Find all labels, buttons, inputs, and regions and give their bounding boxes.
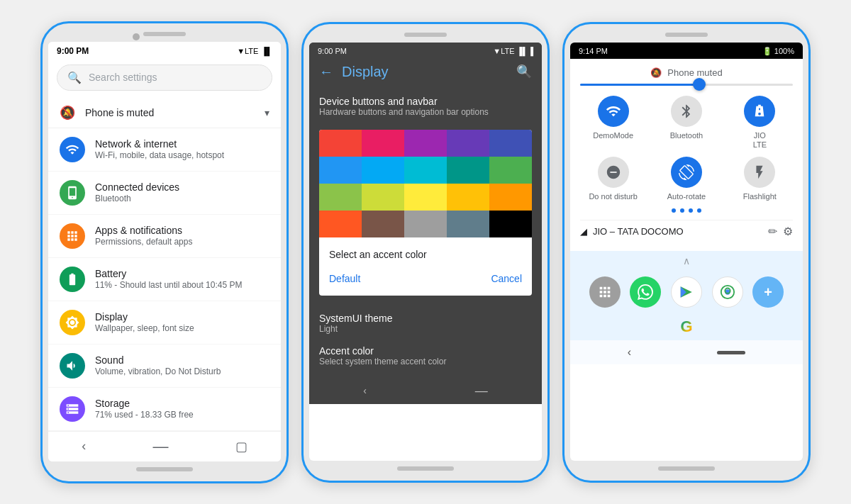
bluetooth-label: Bluetooth <box>670 131 703 140</box>
dot-3 <box>689 208 693 213</box>
app-play[interactable] <box>671 276 702 308</box>
color-cell[interactable] <box>319 211 362 237</box>
color-cell[interactable] <box>404 157 447 184</box>
edit-icon[interactable]: ✏ <box>768 225 777 238</box>
cancel-button[interactable]: Cancel <box>491 270 522 287</box>
battery-sub: 11% - Should last until about 10:45 PM <box>95 280 269 290</box>
display-back-button[interactable]: ‹ <box>363 385 367 396</box>
color-cell[interactable] <box>447 157 489 184</box>
display-text: Display Wallpaper, sleep, font size <box>95 311 269 333</box>
app-chrome[interactable] <box>712 276 743 308</box>
wifi-icon <box>598 96 629 127</box>
display-search-icon[interactable]: 🔍 <box>516 64 532 79</box>
default-button[interactable]: Default <box>329 270 360 287</box>
settings-item-display[interactable]: Display Wallpaper, sleep, font size <box>48 301 281 345</box>
tile-autorotate[interactable]: Auto-rotate <box>653 157 719 201</box>
display-home-button[interactable]: — <box>475 383 488 398</box>
network-title: Network & internet <box>95 138 269 150</box>
demomode-label: DemoMode <box>593 131 633 140</box>
color-cell[interactable] <box>319 130 362 157</box>
tile-flashlight[interactable]: Flashlight <box>727 157 793 201</box>
battery-title: Battery <box>95 268 269 279</box>
color-cell[interactable] <box>489 130 532 157</box>
display-status-bar: 9:00 PM ▼LTE ▐▌▐ <box>309 43 542 58</box>
apps-text: Apps & notifications Permissions, defaul… <box>95 225 269 247</box>
recents-button[interactable]: ▢ <box>235 439 247 454</box>
navbar-setting[interactable]: Device buttons and navbar Hardware butto… <box>319 89 532 124</box>
search-bar[interactable]: 🔍 Search settings <box>57 65 272 91</box>
color-cell[interactable] <box>447 184 489 211</box>
color-cell[interactable] <box>362 157 404 184</box>
navbar-title: Device buttons and navbar <box>319 96 532 107</box>
display-content: Device buttons and navbar Hardware butto… <box>309 89 542 301</box>
collapse-chevron-icon[interactable]: ∧ <box>683 255 690 267</box>
settings-gear-icon[interactable]: ⚙ <box>783 225 793 238</box>
display-nav-bar: ‹ — <box>309 378 542 404</box>
color-cell[interactable] <box>447 130 489 157</box>
display-title: Display <box>95 311 269 323</box>
back-arrow-icon[interactable]: ← <box>319 64 333 80</box>
home-screen: ∧ + <box>570 251 803 364</box>
back-button[interactable]: ‹ <box>82 439 86 454</box>
accent-setting[interactable]: Accent color Select system theme accent … <box>319 340 532 372</box>
muted-banner[interactable]: 🔕 Phone is muted ▾ <box>48 98 281 128</box>
color-cell[interactable] <box>362 130 404 157</box>
color-cell[interactable] <box>404 184 447 211</box>
color-cell[interactable] <box>404 130 447 157</box>
settings-item-connected[interactable]: Connected devices Bluetooth <box>48 172 281 215</box>
color-cell[interactable] <box>489 157 532 184</box>
color-cell[interactable] <box>489 211 532 237</box>
systemui-setting[interactable]: SystemUI theme Light <box>319 307 532 340</box>
settings-item-apps[interactable]: Apps & notifications Permissions, defaul… <box>48 215 281 258</box>
bell-mute-icon: 🔕 <box>650 67 662 78</box>
nav-bar: ‹ — ▢ <box>48 431 281 461</box>
slider-thumb[interactable] <box>693 78 706 91</box>
color-cell[interactable] <box>489 184 532 211</box>
google-search-bar[interactable]: G <box>570 313 803 340</box>
settings-item-battery[interactable]: Battery 11% - Should last until about 10… <box>48 258 281 301</box>
settings-item-storage[interactable]: Storage 71% used - 18.33 GB free <box>48 388 281 431</box>
status-bar: 9:00 PM ▼LTE ▐▌ <box>48 42 281 59</box>
tile-bluetooth[interactable]: Bluetooth <box>653 96 719 150</box>
slider-track <box>580 84 793 86</box>
volume-slider[interactable] <box>580 84 793 86</box>
app-grid[interactable] <box>589 276 621 308</box>
quick-screen: 9:14 PM 🔋 100% 🔕 Phone muted <box>570 43 803 461</box>
color-cell[interactable] <box>362 184 404 211</box>
app-more[interactable]: + <box>752 276 784 308</box>
home-indicator[interactable] <box>717 351 745 354</box>
battery-icon-setting <box>60 267 85 292</box>
color-cell[interactable] <box>319 184 362 211</box>
app-whatsapp[interactable] <box>630 276 661 308</box>
color-cell[interactable] <box>319 157 362 184</box>
color-cell[interactable] <box>362 211 404 237</box>
tile-dnd[interactable]: Do not disturb <box>580 157 646 201</box>
storage-title: Storage <box>95 398 269 409</box>
speaker-bottom <box>136 467 193 471</box>
tile-jio[interactable]: JIOLTE <box>727 96 793 150</box>
accent-title: Accent color <box>319 345 532 357</box>
systemui-sub: Light <box>319 324 532 334</box>
status-icons: ▼LTE ▐▌ <box>237 47 272 55</box>
home-button[interactable]: — <box>152 437 168 456</box>
search-icon: 🔍 <box>67 71 82 84</box>
home-nav-bar: ‹ <box>570 340 803 364</box>
home-back-icon[interactable]: ‹ <box>628 346 631 359</box>
quick-status-bar: 9:14 PM 🔋 100% <box>570 43 803 59</box>
quick-panel: 🔕 Phone muted <box>570 59 803 252</box>
flashlight-icon <box>744 157 775 188</box>
network-action-icons: ✏ ⚙ <box>768 225 793 238</box>
signal-triangle-icon: ◢ <box>580 226 587 237</box>
tile-demomode[interactable]: DemoMode <box>580 96 646 150</box>
settings-item-sound[interactable]: Sound Volume, vibration, Do Not Disturb <box>48 345 281 388</box>
settings-item-network[interactable]: Network & internet Wi-Fi, mobile, data u… <box>48 128 281 172</box>
slider-fill <box>580 84 697 86</box>
bluetooth-icon <box>671 96 702 127</box>
color-picker-dialog: Select an accent color Default Cancel <box>319 130 532 296</box>
signal-icon: ▼LTE <box>237 47 258 55</box>
rotate-icon <box>671 157 702 188</box>
color-cell[interactable] <box>404 211 447 237</box>
network-icon <box>60 137 85 162</box>
speaker-top-2 <box>404 33 447 37</box>
color-cell[interactable] <box>447 211 489 237</box>
